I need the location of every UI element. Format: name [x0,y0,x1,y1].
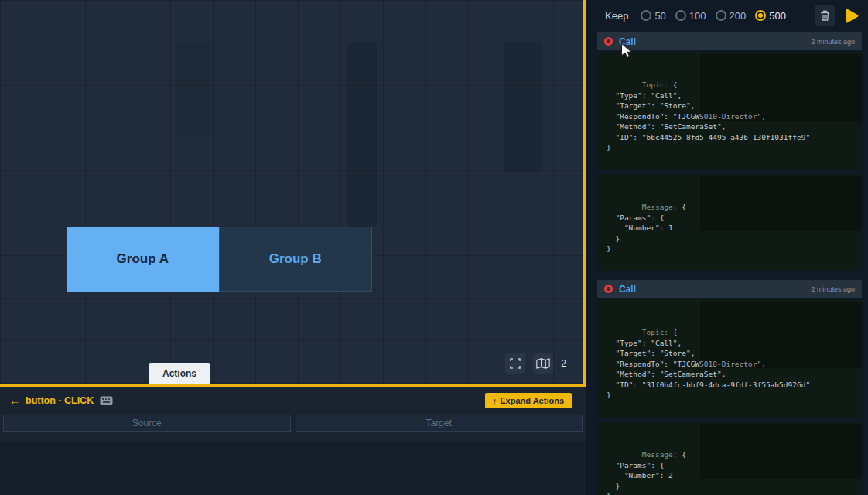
map-badge: 2 [561,358,566,369]
expand-actions-label: Expand Actions [500,396,564,405]
canvas-shade [504,43,542,172]
map-icon [536,358,550,369]
map-button[interactable] [533,353,553,374]
play-icon [846,9,859,23]
canvas-shade [176,43,211,135]
keep-option-label: 500 [769,10,786,22]
message-card-header[interactable]: Call 2 minutes ago [597,280,862,298]
keep-option-500[interactable]: 500 [755,10,786,22]
canvas-toolbar: 2 [505,353,566,374]
message-card: Call 2 minutes ago Topic: { "Type": "Cal… [597,32,862,271]
topic-json: { "Type": "Call", "Target": "Store", "Re… [607,328,810,399]
target-input[interactable] [296,415,583,432]
message-title: Call [619,36,636,47]
topic-code-block: Topic: { "Type": "Call", "Target": "Stor… [597,299,862,418]
radio-icon [675,10,686,21]
keep-option-label: 200 [730,10,747,22]
keep-option-200[interactable]: 200 [716,10,747,22]
topic-label: Topic: [642,328,668,336]
expand-actions-button[interactable]: ↑ Expand Actions [485,393,572,408]
actions-tab[interactable]: Actions [149,363,210,384]
keyboard-icon [100,396,113,405]
topic-code-block: Topic: { "Type": "Call", "Target": "Stor… [597,52,862,170]
action-editor-panel: ← button - CLICK ↑ Expand Actions [0,387,586,495]
message-label: Message: [642,203,678,211]
message-title: Call [619,284,636,295]
message-card-header[interactable]: Call 2 minutes ago [597,32,862,50]
play-button[interactable] [844,9,860,23]
code-shade [700,424,862,479]
message-code-block: Message: { "Params": { "Number": 1 } } [597,174,862,271]
keep-option-50[interactable]: 50 [641,10,665,22]
action-editor-body [0,442,586,495]
group-a-button[interactable]: Group A [67,227,219,292]
trash-button[interactable] [815,5,835,26]
stage-canvas[interactable]: Group A Group B Actions [0,0,586,387]
message-timestamp: 2 minutes ago [811,285,855,293]
topic-label: Topic: [642,80,668,89]
record-icon [604,285,613,293]
message-inspector-panel: Keep 50 100 200 500 [588,0,868,495]
radio-icon [641,10,651,21]
radio-selected-icon [755,10,766,21]
code-shade [700,176,862,231]
action-editor-header: ← button - CLICK ↑ Expand Actions [0,387,586,413]
keep-option-label: 50 [654,10,665,22]
back-arrow-icon[interactable]: ← [9,394,20,407]
group-row: Group A Group B [67,227,372,292]
code-shade [700,302,862,368]
canvas-shade [347,43,377,227]
message-card: Call 2 minutes ago Topic: { "Type": "Cal… [597,280,862,495]
message-timestamp: 2 minutes ago [811,38,855,46]
message-code-block: Message: { "Params": { "Number": 2 } } [597,422,862,495]
keep-option-label: 100 [689,10,706,22]
fullscreen-button[interactable] [505,353,525,374]
app-root: Group A Group B Actions [0,0,868,495]
source-target-row [0,413,586,433]
keep-label: Keep [605,10,628,22]
action-title: button - CLICK [26,395,94,406]
group-b-button[interactable]: Group B [219,227,373,292]
group-b-label: Group B [269,251,322,267]
topic-json: { "Type": "Call", "Target": "Store", "Re… [607,80,810,152]
radio-icon [716,10,726,21]
fullscreen-icon [510,358,521,369]
keep-bar: Keep 50 100 200 500 [588,0,868,31]
source-input[interactable] [3,415,291,432]
expand-arrow-icon: ↑ [493,396,497,405]
trash-icon [820,10,830,21]
group-a-label: Group A [117,251,169,267]
record-icon [604,37,613,46]
message-label: Message: [642,450,678,459]
code-shade [700,54,862,121]
keep-option-100[interactable]: 100 [675,10,706,22]
